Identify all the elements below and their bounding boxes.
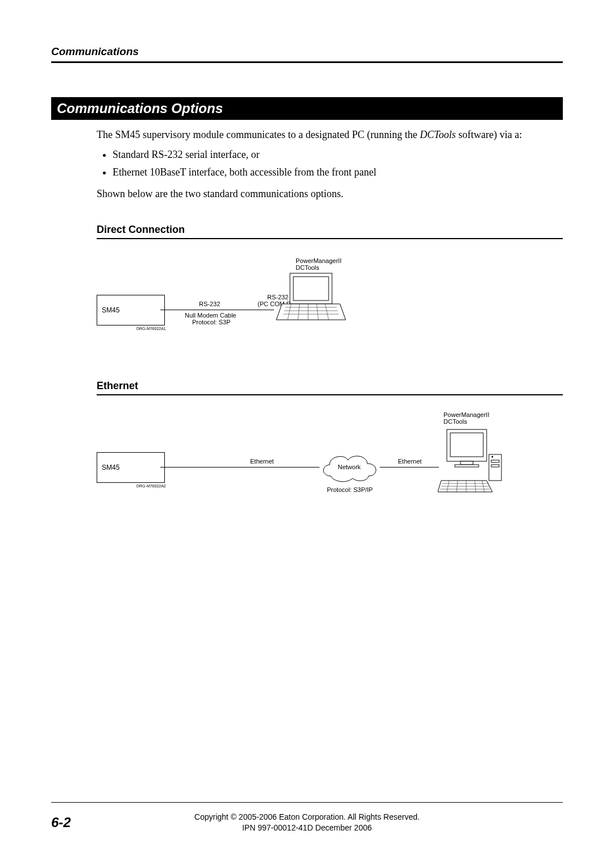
laptop-icon xyxy=(274,271,348,328)
eth-sm45-box: SM45 xyxy=(97,452,165,483)
svg-rect-15 xyxy=(489,454,501,481)
svg-rect-17 xyxy=(491,460,499,462)
eth-pc-line1: PowerManagerII xyxy=(443,411,489,418)
intro-p2: Shown below are the two standard communi… xyxy=(97,187,563,201)
eth-line-1 xyxy=(160,467,320,468)
intro-bullet-0: Standard RS-232 serial interface, or xyxy=(113,148,563,162)
eth-line-2 xyxy=(380,467,439,468)
intro-p1a: The SM45 supervisory module communicates… xyxy=(97,129,420,140)
eth-protocol-label: Protocol: S3P/IP xyxy=(327,486,373,493)
intro-bullet-1: Ethernet 10BaseT interface, both accessi… xyxy=(113,165,563,180)
header-rule xyxy=(51,61,563,63)
page-number: 6-2 xyxy=(51,815,102,831)
svg-marker-2 xyxy=(276,304,346,320)
desktop-icon xyxy=(438,426,506,494)
eth-pc-line2: DCTools xyxy=(443,418,467,425)
direct-cable-line xyxy=(160,310,274,310)
svg-rect-13 xyxy=(460,461,473,465)
footer-copyright: Copyright © 2005-2006 Eaton Corporation.… xyxy=(102,812,512,823)
svg-rect-1 xyxy=(293,277,329,301)
direct-sm45-box: SM45 xyxy=(97,295,165,326)
direct-diagram: SM45 DRG-M76022A1 RS-232 Null Modem Cabl… xyxy=(97,255,563,346)
direct-heading: Direct Connection xyxy=(97,224,563,236)
direct-pc-line2: DCTools xyxy=(296,264,320,271)
direct-rule xyxy=(97,238,563,239)
eth-sm45-label: SM45 xyxy=(102,464,119,471)
ethernet-diagram: PowerManagerII DCTools SM45 DRG-M76022A2… xyxy=(97,411,563,508)
eth-eth1-label: Ethernet xyxy=(250,458,274,465)
direct-pc-line1: PowerManagerII xyxy=(296,257,342,264)
eth-network-label: Network xyxy=(338,464,360,470)
footer-ipn: IPN 997-00012-41D December 2006 xyxy=(102,823,512,834)
ethernet-heading: Ethernet xyxy=(97,380,563,392)
header-chapter: Communications xyxy=(51,45,563,58)
footer: 6-2 Copyright © 2005-2006 Eaton Corporat… xyxy=(51,798,563,834)
svg-rect-14 xyxy=(455,465,479,467)
eth-ref: DRG-M76022A2 xyxy=(136,484,166,488)
direct-sm45-label: SM45 xyxy=(102,306,119,314)
svg-point-18 xyxy=(492,456,493,457)
direct-cable-label: Null Modem Cable xyxy=(185,312,236,319)
direct-ref: DRG-M76022A1 xyxy=(136,327,166,331)
intro-em: DCTools xyxy=(420,129,455,140)
section-title: Communications Options xyxy=(51,97,563,120)
intro-text: The SM45 supervisory module communicates… xyxy=(97,128,563,201)
svg-rect-16 xyxy=(491,465,499,467)
intro-p1b: software) via a: xyxy=(456,129,522,140)
eth-eth2-label: Ethernet xyxy=(398,458,422,465)
direct-rs232-label: RS-232 xyxy=(199,301,220,307)
direct-protocol-label: Protocol: S3P xyxy=(192,319,230,326)
ethernet-rule xyxy=(97,394,563,395)
footer-rule xyxy=(51,802,563,803)
svg-rect-12 xyxy=(450,433,483,457)
